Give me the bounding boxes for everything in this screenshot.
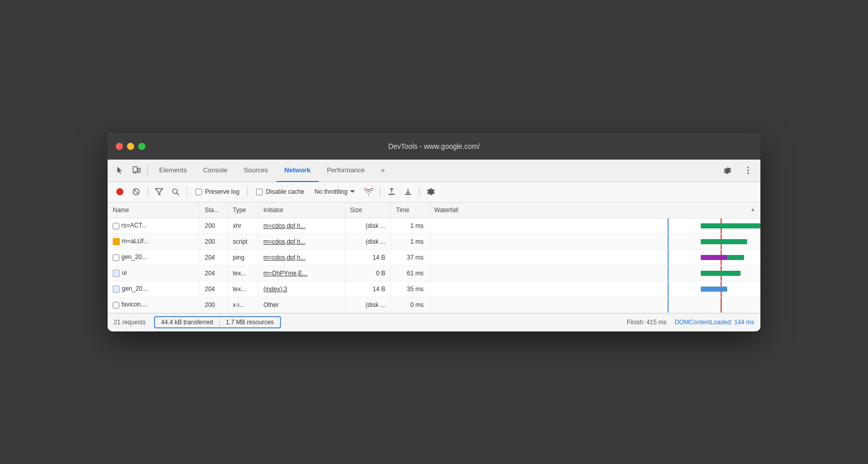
- network-settings-button[interactable]: [424, 185, 438, 199]
- col-header-status[interactable]: Sta...: [199, 202, 227, 218]
- col-header-time[interactable]: Time: [391, 202, 429, 218]
- cursor-icon: [115, 166, 124, 175]
- search-icon: [172, 188, 180, 196]
- initiator-link[interactable]: m=cdos,dpf,h...: [264, 238, 305, 245]
- request-name-text: rs=ACT...: [121, 222, 147, 229]
- disable-cache-label[interactable]: Disable cache: [252, 188, 308, 195]
- waterfall-bar: [701, 255, 727, 260]
- action-divider-1: [147, 187, 148, 197]
- sort-arrow-icon: ▲: [750, 207, 755, 212]
- wifi-icon: [364, 188, 373, 195]
- tab-more[interactable]: »: [373, 160, 393, 182]
- request-name[interactable]: gen_20...: [108, 281, 199, 297]
- table-row[interactable]: ui204tex...m=DhPYme,E...0 B61 ms: [108, 265, 760, 281]
- request-name[interactable]: favicon....: [108, 297, 199, 313]
- tabs-bar: Elements Console Sources Network Perform…: [108, 160, 760, 182]
- finish-time: Finish: 415 ms: [627, 319, 667, 326]
- initiator-link[interactable]: (index):3: [264, 286, 288, 293]
- request-size: 14 B: [345, 281, 391, 297]
- table-row[interactable]: favicon....200x-i...Other(disk ...0 ms: [108, 297, 760, 313]
- transferred-size: 44.4 kB transferred: [155, 317, 219, 327]
- import-har-button[interactable]: [385, 185, 399, 199]
- network-table: Name Sta... Type Initiator Size Time Wat…: [108, 202, 760, 218]
- inspect-element-button[interactable]: [112, 162, 128, 178]
- tab-sources[interactable]: Sources: [236, 160, 276, 182]
- initiator-link[interactable]: m=cdos,dpf,h...: [264, 222, 305, 229]
- status-bar: 21 requests 44.4 kB transferred 1.7 MB r…: [108, 313, 760, 331]
- tab-elements[interactable]: Elements: [151, 160, 195, 182]
- network-request-table: rs=ACT...200xhrm=cdos,dpf,h...(disk ...1…: [108, 218, 760, 313]
- export-har-button[interactable]: [401, 185, 415, 199]
- minimize-button[interactable]: [127, 143, 134, 150]
- table-row[interactable]: m=aLUf...200scriptm=cdos,dpf,h...(disk .…: [108, 234, 760, 249]
- chevron-down-icon: [349, 190, 355, 194]
- request-size: 0 B: [345, 265, 391, 281]
- preserve-log-label[interactable]: Preserve log: [191, 188, 243, 195]
- request-name[interactable]: gen_20...: [108, 249, 199, 265]
- request-size: (disk ...: [345, 297, 391, 313]
- traffic-lights: [116, 143, 145, 150]
- settings-gear-icon: [427, 188, 435, 196]
- request-name[interactable]: m=aLUf...: [108, 234, 199, 249]
- tab-network[interactable]: Network: [276, 160, 319, 182]
- svg-point-6: [116, 188, 123, 195]
- resources-size: 1.7 MB resources: [220, 317, 280, 327]
- col-header-waterfall[interactable]: Waterfall ▲: [429, 202, 760, 218]
- request-type: ping: [227, 249, 258, 265]
- search-button[interactable]: [168, 185, 183, 199]
- action-divider-4: [380, 187, 380, 197]
- request-name[interactable]: rs=ACT...: [108, 218, 199, 234]
- waterfall-blue-line: [668, 297, 669, 313]
- col-header-size[interactable]: Size: [345, 202, 391, 218]
- clear-button[interactable]: [129, 185, 143, 199]
- col-header-type[interactable]: Type: [227, 202, 258, 218]
- request-initiator[interactable]: m=cdos,dpf,h...: [258, 249, 345, 265]
- waterfall-bar: [701, 223, 760, 228]
- throttling-select[interactable]: No throttling: [311, 188, 360, 195]
- request-initiator[interactable]: m=DhPYme,E...: [258, 265, 345, 281]
- request-time: 37 ms: [391, 249, 429, 265]
- request-waterfall: [429, 297, 760, 313]
- filter-button[interactable]: [152, 185, 166, 199]
- request-name-text: gen_20...: [122, 285, 147, 292]
- request-size: (disk ...: [345, 218, 391, 234]
- request-name-text: favicon....: [121, 301, 147, 308]
- devtools-settings-button[interactable]: [720, 162, 736, 178]
- table-row[interactable]: gen_20...204pingm=cdos,dpf,h...14 B37 ms: [108, 249, 760, 265]
- request-initiator[interactable]: (index):3: [258, 281, 345, 297]
- more-options-button[interactable]: [740, 162, 756, 178]
- svg-point-3: [748, 167, 749, 168]
- waterfall-blue-line: [668, 234, 669, 249]
- initiator-link[interactable]: m=DhPYme,E...: [264, 270, 308, 277]
- waterfall-bar: [701, 271, 741, 276]
- request-initiator[interactable]: m=cdos,dpf,h...: [258, 234, 345, 249]
- tab-console[interactable]: Console: [195, 160, 236, 182]
- window-title: DevTools - www.google.com/: [388, 142, 480, 150]
- tab-performance[interactable]: Performance: [319, 160, 373, 182]
- device-toolbar-button[interactable]: [128, 162, 144, 178]
- request-initiator: Other: [258, 297, 345, 313]
- waterfall-bar: [701, 239, 747, 244]
- request-type: xhr: [227, 218, 258, 234]
- request-initiator[interactable]: m=cdos,dpf,h...: [258, 218, 345, 234]
- request-time: 35 ms: [391, 281, 429, 297]
- col-header-initiator[interactable]: Initiator: [258, 202, 345, 218]
- request-size: 14 B: [345, 249, 391, 265]
- table-row[interactable]: rs=ACT...200xhrm=cdos,dpf,h...(disk ...1…: [108, 218, 760, 234]
- preserve-log-checkbox[interactable]: [195, 189, 202, 195]
- col-header-name[interactable]: Name: [108, 202, 199, 218]
- maximize-button[interactable]: [138, 143, 145, 150]
- close-button[interactable]: [116, 143, 123, 150]
- initiator-link[interactable]: m=cdos,dpf,h...: [264, 254, 305, 261]
- record-button[interactable]: [113, 185, 127, 199]
- request-name-text: m=aLUf...: [122, 238, 148, 245]
- svg-rect-1: [138, 168, 140, 172]
- upload-icon: [388, 188, 396, 196]
- network-conditions-button[interactable]: [362, 185, 376, 199]
- disable-cache-checkbox[interactable]: [256, 189, 263, 195]
- request-waterfall: [429, 265, 760, 281]
- table-scroll-area[interactable]: rs=ACT...200xhrm=cdos,dpf,h...(disk ...1…: [108, 218, 760, 313]
- table-row[interactable]: gen_20...204tex...(index):314 B35 ms: [108, 281, 760, 297]
- request-waterfall: [429, 249, 760, 265]
- request-name[interactable]: ui: [108, 265, 199, 281]
